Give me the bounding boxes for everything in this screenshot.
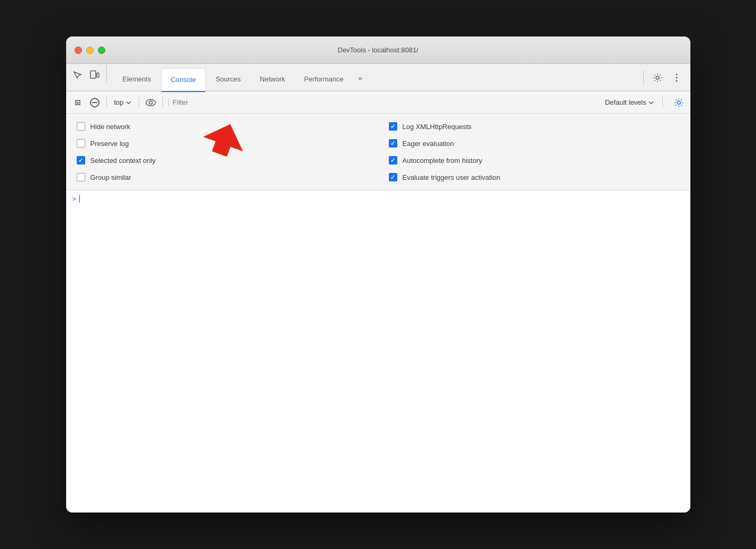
settings-icon[interactable] <box>650 70 665 85</box>
svg-point-5 <box>676 80 677 82</box>
option-eager-evaluation-label: Eager evaluation <box>403 140 454 148</box>
device-mode-icon[interactable] <box>87 68 102 83</box>
option-autocomplete-history-label: Autocomplete from history <box>403 157 482 164</box>
menu-icon[interactable] <box>669 70 684 85</box>
option-evaluate-triggers: Evaluate triggers user activation <box>389 173 680 181</box>
checkbox-eager-evaluation[interactable] <box>389 139 397 148</box>
window-title: DevTools - localhost:8081/ <box>338 46 418 54</box>
checkbox-hide-network[interactable] <box>77 122 85 131</box>
checkbox-preserve-log[interactable] <box>77 139 85 148</box>
tab-network[interactable]: Network <box>250 67 295 90</box>
expand-console-icon[interactable] <box>71 96 84 109</box>
option-selected-context-only-label: Selected context only <box>90 157 156 164</box>
default-levels-label: Default levels <box>605 98 646 106</box>
title-bar: DevTools - localhost:8081/ <box>66 36 690 64</box>
clear-console-icon[interactable] <box>88 96 101 109</box>
tabs: Elements Console Sources Network Perform… <box>113 67 368 90</box>
console-prompt-line: > <box>72 195 684 203</box>
toolbar-divider-2 <box>139 97 139 108</box>
svg-point-7 <box>146 99 156 106</box>
console-settings-icon[interactable] <box>672 96 685 109</box>
maximize-button[interactable] <box>98 47 105 54</box>
console-cursor <box>79 195 80 203</box>
svg-point-2 <box>656 76 659 79</box>
svg-point-3 <box>676 74 677 76</box>
option-hide-network-label: Hide network <box>90 123 131 131</box>
tab-bar: Elements Console Sources Network Perform… <box>66 64 690 92</box>
option-autocomplete-history: Autocomplete from history <box>389 156 680 164</box>
traffic-lights <box>75 47 105 54</box>
option-eager-evaluation: Eager evaluation <box>389 139 680 148</box>
red-arrow-svg <box>183 118 246 160</box>
levels-chevron-icon <box>649 101 654 104</box>
svg-point-8 <box>149 101 152 104</box>
option-group-similar-label: Group similar <box>90 173 131 181</box>
checkbox-group-similar[interactable] <box>77 173 85 181</box>
option-log-xml-label: Log XMLHttpRequests <box>403 123 472 131</box>
filter-wrap <box>168 98 596 106</box>
toolbar-divider-4 <box>662 97 663 108</box>
svg-point-4 <box>676 77 677 79</box>
eye-icon[interactable] <box>144 96 157 109</box>
options-panel: Hide network Preserve log Selected conte… <box>66 114 690 190</box>
tab-sources[interactable]: Sources <box>206 67 250 90</box>
devtools-window: DevTools - localhost:8081/ Elements <box>66 36 690 513</box>
tab-performance[interactable]: Performance <box>295 67 353 90</box>
filter-input[interactable] <box>173 98 596 106</box>
console-area[interactable]: > <box>66 190 690 513</box>
checkbox-selected-context-only[interactable] <box>77 156 85 164</box>
close-button[interactable] <box>75 47 82 54</box>
dropdown-chevron-icon <box>126 101 131 104</box>
right-divider <box>643 71 644 85</box>
checkbox-evaluate-triggers[interactable] <box>389 173 397 181</box>
option-group-similar: Group similar <box>77 173 368 181</box>
options-right-column: Log XMLHttpRequests Eager evaluation Aut… <box>389 122 680 181</box>
prompt-arrow-icon: > <box>72 195 77 203</box>
context-selector[interactable]: top <box>112 97 133 107</box>
toolbar-divider-1 <box>106 97 107 108</box>
toolbar-right <box>641 70 684 85</box>
checkbox-autocomplete-history[interactable] <box>389 156 397 164</box>
svg-rect-1 <box>97 73 99 77</box>
tab-elements[interactable]: Elements <box>113 67 161 90</box>
console-toolbar: top Default levels <box>66 92 690 114</box>
svg-rect-0 <box>90 71 96 78</box>
context-value: top <box>114 98 124 106</box>
option-preserve-log-label: Preserve log <box>90 140 129 148</box>
toolbar-left <box>70 65 109 90</box>
option-log-xml: Log XMLHttpRequests <box>389 122 680 131</box>
minimize-button[interactable] <box>86 47 94 54</box>
more-tabs-button[interactable]: » <box>353 70 367 86</box>
checkbox-log-xml[interactable] <box>389 122 397 131</box>
inspect-element-icon[interactable] <box>70 68 85 83</box>
default-levels-selector[interactable]: Default levels <box>602 97 657 107</box>
tab-console[interactable]: Console <box>161 68 206 92</box>
toolbar-divider-3 <box>162 97 163 108</box>
option-evaluate-triggers-label: Evaluate triggers user activation <box>403 173 500 181</box>
toolbar-divider <box>106 65 107 82</box>
svg-point-9 <box>677 101 680 104</box>
svg-marker-10 <box>199 118 246 160</box>
no-entry-shape <box>90 98 99 107</box>
